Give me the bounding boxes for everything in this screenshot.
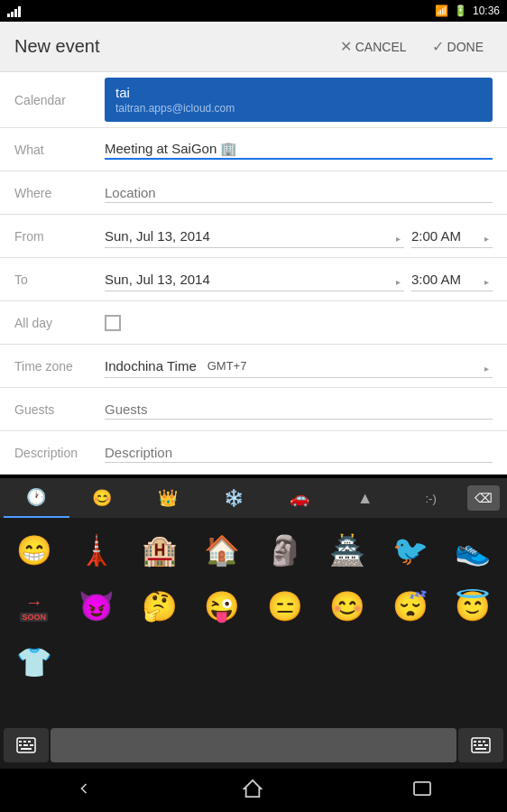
to-time-field[interactable]: 3:00 AM [411,268,493,291]
timezone-field[interactable]: Indochina Time GMT+7 [105,355,493,378]
status-right: 📶 🔋 10:36 [435,5,500,17]
recent-apps-icon [412,780,432,797]
emoji-tab-smileys[interactable]: 😊 [69,478,135,518]
keyboard-icon-left [15,734,37,756]
check-icon: ✓ [432,38,444,55]
emoji-expressionless[interactable]: 😑 [254,579,316,633]
back-icon [75,780,93,798]
page-title: New event [14,36,331,57]
guests-label: Guests [14,402,105,417]
to-time-value: 3:00 AM [411,272,461,287]
keyboard-left-button[interactable] [4,728,49,762]
from-date-field[interactable]: Sun, Jul 13, 2014 [105,225,404,248]
to-date-value: Sun, Jul 13, 2014 [105,272,210,287]
timezone-label: Time zone [14,359,105,374]
description-input[interactable] [105,443,493,463]
signal-bars [7,5,21,17]
status-bar: 📶 🔋 10:36 [0,0,507,22]
clock: 10:36 [473,5,500,17]
emoji-sleeping[interactable]: 😴 [380,579,441,633]
emoji-tab-nature[interactable]: ❄️ [201,478,267,518]
delete-emoji-button[interactable]: ⌫ [467,485,500,511]
to-date-field[interactable]: Sun, Jul 13, 2014 [105,268,404,291]
timezone-value: Indochina Time [105,358,197,374]
home-button[interactable] [225,770,281,812]
svg-rect-11 [483,741,485,743]
emoji-tab-bar: 🕐 😊 👑 ❄️ 🚗 ▲ :-) ⌫ [0,478,507,518]
home-icon [243,779,263,798]
emoji-thinking[interactable]: 🤔 [129,579,190,633]
emoji-tab-recent[interactable]: 🕐 [4,478,69,518]
emoji-winking-tongue[interactable]: 😜 [192,579,254,633]
keyboard-spacebar[interactable] [51,728,456,762]
where-label: Where [14,186,105,200]
emoji-grinning[interactable]: 😁 [4,523,65,577]
svg-marker-16 [244,780,261,796]
from-row: From Sun, Jul 13, 2014 2:00 AM [0,215,507,258]
x-icon: ✕ [340,38,352,55]
calendar-selector[interactable]: tai taitran.apps@icloud.com [105,78,493,122]
from-time-value: 2:00 AM [411,228,461,244]
calendar-email: taitran.apps@icloud.com [115,102,482,115]
emoji-smile[interactable]: 😊 [318,579,379,633]
from-time-field[interactable]: 2:00 AM [411,225,493,248]
emoji-castle[interactable]: 🏯 [318,523,379,577]
keyboard-icon-right [470,734,492,756]
description-label: Description [14,446,105,460]
all-day-label: All day [14,316,105,330]
done-label: DONE [447,40,484,54]
emoji-tab-classic[interactable]: :-) [398,478,464,518]
from-date-value: Sun, Jul 13, 2014 [105,228,210,244]
emoji-tokyo-tower[interactable]: 🗼 [67,523,128,577]
emoji-soon[interactable]: → SOON [4,579,65,633]
cancel-button[interactable]: ✕ CANCEL [331,32,416,60]
keyboard-control-bar [0,722,507,769]
where-input[interactable] [105,183,493,203]
what-row: What [0,128,507,171]
calendar-name: tai [115,85,482,100]
emoji-bird[interactable]: 🐦 [380,523,441,577]
emoji-shirt[interactable]: 👕 [4,635,65,689]
emoji-hotel[interactable]: 🏨 [129,523,190,577]
svg-rect-1 [19,741,22,743]
emoji-tab-symbols[interactable]: ▲ [332,478,398,518]
emoji-house[interactable]: 🏠 [192,523,254,577]
svg-rect-10 [478,741,481,743]
recent-apps-button[interactable] [394,771,450,810]
all-day-checkbox[interactable] [105,315,121,331]
emoji-grid: 😁 🗼 🏨 🏠 🗿 🏯 🐦 👟 → SOON 😈 🤔 😜 😑 😊 😴 😇 👕 [0,518,507,695]
emoji-sneaker[interactable]: 👟 [443,523,504,577]
emoji-keyboard: 🕐 😊 👑 ❄️ 🚗 ▲ :-) ⌫ 😁 🗼 🏨 🏠 🗿 🏯 🐦 👟 → SOO… [0,478,507,724]
svg-rect-7 [21,748,32,750]
cancel-label: CANCEL [355,40,407,54]
svg-rect-13 [478,744,483,746]
from-label: From [14,229,105,244]
all-day-row: All day [0,301,507,345]
what-input[interactable] [105,139,493,160]
svg-rect-17 [414,781,430,794]
keyboard-right-button[interactable] [458,728,503,762]
header-actions: ✕ CANCEL ✓ DONE [331,32,493,60]
gmt-badge: GMT+7 [207,359,247,373]
emoji-tab-objects[interactable]: 🚗 [266,478,332,518]
svg-rect-14 [484,744,488,746]
svg-rect-12 [474,744,476,746]
where-row: Where [0,171,507,215]
emoji-angel[interactable]: 😇 [443,579,504,633]
back-button[interactable] [57,770,111,811]
done-button[interactable]: ✓ DONE [423,32,493,60]
svg-rect-6 [30,744,33,746]
battery-icon: 🔋 [454,5,467,17]
nav-bar [0,769,507,812]
emoji-moyai[interactable]: 🗿 [254,523,316,577]
wifi-icon: 📶 [435,5,448,17]
svg-rect-2 [23,741,26,743]
timezone-row: Time zone Indochina Time GMT+7 [0,345,507,388]
emoji-tab-people[interactable]: 👑 [135,478,201,518]
what-label: What [14,143,105,157]
guests-input[interactable] [105,400,493,420]
svg-rect-5 [23,744,28,746]
emoji-devil[interactable]: 😈 [67,579,128,633]
calendar-label: Calendar [14,93,105,107]
signal-indicator [7,5,21,17]
